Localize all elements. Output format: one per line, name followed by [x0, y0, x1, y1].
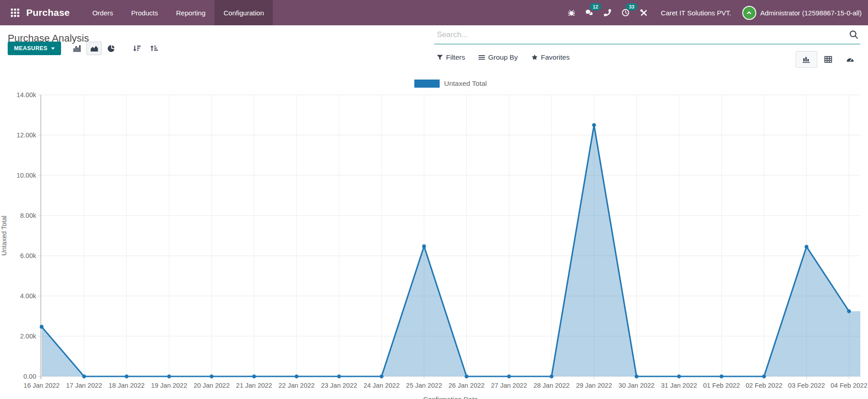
- app-brand[interactable]: Purchase: [26, 7, 70, 18]
- sort-amount-asc-icon: [150, 45, 158, 52]
- menu-item-orders[interactable]: Orders: [83, 0, 122, 25]
- favorites-label: Favorites: [541, 53, 570, 61]
- dashboard-gauge-icon: [846, 56, 854, 63]
- svg-text:6.00k: 6.00k: [20, 252, 37, 259]
- svg-text:04 Feb 2022: 04 Feb 2022: [830, 382, 867, 389]
- svg-text:24 Jan 2022: 24 Jan 2022: [364, 382, 400, 389]
- filters-button[interactable]: Filters: [437, 53, 465, 61]
- sort-amount-desc-icon: [133, 45, 141, 52]
- control-panel: Purchase Analysis MEASURES: [0, 25, 868, 63]
- top-navbar: Purchase OrdersProductsReportingConfigur…: [0, 0, 868, 25]
- svg-text:26 Jan 2022: 26 Jan 2022: [449, 382, 485, 389]
- activities-button[interactable]: 33: [617, 0, 635, 25]
- sort-descending-button[interactable]: [129, 42, 144, 55]
- svg-text:16 Jan 2022: 16 Jan 2022: [24, 382, 60, 389]
- menu-item-configuration[interactable]: Configuration: [214, 0, 273, 25]
- bar-chart-icon: [73, 45, 81, 52]
- tools-button[interactable]: [635, 0, 653, 25]
- area-chart-icon: [90, 45, 98, 52]
- pie-chart-icon: [108, 45, 115, 52]
- svg-text:0.00: 0.00: [24, 373, 36, 380]
- svg-text:25 Jan 2022: 25 Jan 2022: [406, 382, 442, 389]
- systray: 12 33 Caret IT Solutions PVT.: [562, 0, 868, 25]
- measures-row: MEASURES: [8, 42, 161, 55]
- svg-text:8.00k: 8.00k: [20, 212, 37, 219]
- group-by-button[interactable]: Group By: [479, 53, 517, 61]
- tools-icon: [640, 9, 648, 17]
- search-input[interactable]: [434, 25, 860, 44]
- area-chart-svg: 0.002.00k4.00k6.00k8.00k10.00k12.00k14.0…: [0, 63, 868, 399]
- purchase-analysis-chart: Untaxed Total 0.002.00k4.00k6.00k8.00k10…: [0, 63, 868, 399]
- svg-text:17 Jan 2022: 17 Jan 2022: [66, 382, 102, 389]
- svg-text:2.00k: 2.00k: [20, 333, 37, 340]
- company-name[interactable]: Caret IT Solutions PVT.: [661, 9, 731, 17]
- search-button[interactable]: [848, 29, 859, 41]
- svg-text:28 Jan 2022: 28 Jan 2022: [533, 382, 569, 389]
- messages-button[interactable]: 12: [580, 0, 598, 25]
- avatar: [742, 6, 756, 20]
- svg-text:27 Jan 2022: 27 Jan 2022: [491, 382, 527, 389]
- chart-type-area-button[interactable]: [86, 42, 102, 55]
- favorites-button[interactable]: Favorites: [531, 53, 570, 61]
- caret-up-icon: [745, 9, 753, 16]
- svg-text:30 Jan 2022: 30 Jan 2022: [618, 382, 655, 389]
- chart-type-bar-button[interactable]: [69, 42, 85, 55]
- svg-text:14.00k: 14.00k: [16, 91, 36, 99]
- svg-text:01 Feb 2022: 01 Feb 2022: [703, 382, 740, 389]
- svg-text:Confirmation Date: Confirmation Date: [423, 395, 478, 399]
- bug-icon: [568, 9, 575, 17]
- svg-text:31 Jan 2022: 31 Jan 2022: [661, 382, 697, 389]
- svg-text:20 Jan 2022: 20 Jan 2022: [194, 382, 230, 389]
- sort-ascending-button[interactable]: [146, 42, 161, 55]
- debug-button[interactable]: [562, 0, 580, 25]
- svg-text:4.00k: 4.00k: [20, 292, 37, 300]
- svg-text:02 Feb 2022: 02 Feb 2022: [745, 382, 782, 389]
- sort-buttons: [127, 42, 161, 55]
- navbar-menu: OrdersProductsReportingConfiguration: [83, 0, 273, 25]
- svg-text:03 Feb 2022: 03 Feb 2022: [788, 382, 825, 389]
- measures-button[interactable]: MEASURES: [8, 42, 61, 55]
- apps-grid-icon: [11, 9, 19, 17]
- search-icon: [849, 30, 859, 39]
- svg-text:29 Jan 2022: 29 Jan 2022: [576, 382, 612, 389]
- apps-menu-button[interactable]: [5, 0, 24, 25]
- graph-view-icon: [802, 56, 811, 63]
- svg-text:19 Jan 2022: 19 Jan 2022: [151, 382, 187, 389]
- menu-item-products[interactable]: Products: [122, 0, 167, 25]
- menu-item-reporting[interactable]: Reporting: [167, 0, 214, 25]
- filters-label: Filters: [446, 53, 465, 61]
- search-box: [434, 25, 860, 44]
- svg-text:18 Jan 2022: 18 Jan 2022: [109, 382, 145, 389]
- filter-funnel-icon: [437, 55, 443, 61]
- svg-text:22 Jan 2022: 22 Jan 2022: [279, 382, 315, 389]
- star-icon: [531, 54, 538, 61]
- svg-text:23 Jan 2022: 23 Jan 2022: [321, 382, 357, 389]
- phone-icon: [604, 9, 611, 16]
- filter-bar: Filters Group By Favorites: [437, 53, 569, 61]
- measures-label: MEASURES: [14, 45, 47, 52]
- user-menu[interactable]: Administrator (12598867-15-0-all): [742, 0, 862, 25]
- user-name: Administrator (12598867-15-0-all): [760, 9, 862, 17]
- svg-text:12.00k: 12.00k: [16, 131, 36, 139]
- chart-type-pie-button[interactable]: [104, 42, 119, 55]
- svg-text:Untaxed Total: Untaxed Total: [0, 216, 8, 255]
- pivot-table-icon: [824, 56, 832, 63]
- group-by-bars-icon: [479, 55, 485, 60]
- svg-text:10.00k: 10.00k: [16, 172, 36, 179]
- phone-button[interactable]: [598, 0, 617, 25]
- group-by-label: Group By: [488, 53, 517, 61]
- svg-text:21 Jan 2022: 21 Jan 2022: [236, 382, 272, 389]
- chevron-down-icon: [51, 47, 55, 50]
